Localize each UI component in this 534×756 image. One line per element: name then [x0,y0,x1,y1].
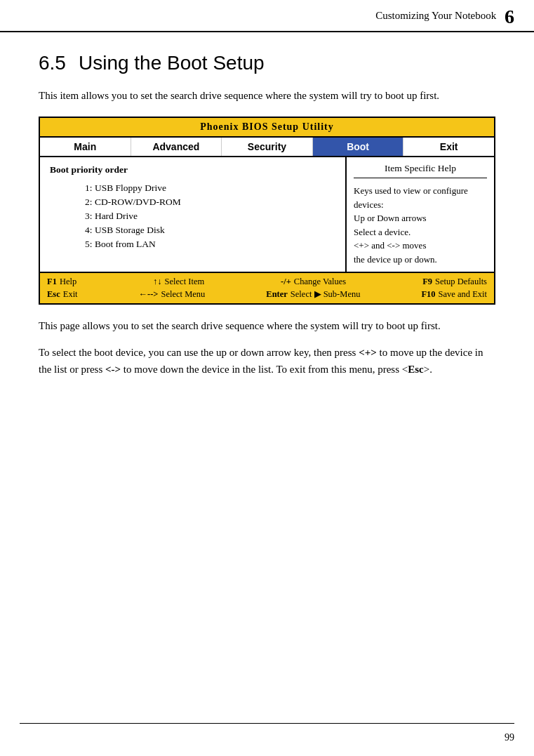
footer-esc: Esc Exit [47,289,78,300]
label-setup-defaults: Setup Defaults [435,277,487,287]
section-title: Using the Boot Setup [79,52,265,74]
body-text-1: This page allows you to set the search d… [39,317,495,334]
label-select-submenu: Select ▶ Sub-Menu [291,289,361,300]
page-header: Customizing Your Notebook 6 [0,0,534,32]
footer-f10: F10 Save and Exit [421,289,487,300]
body-text-2: To select the boot device, you can use t… [39,344,495,378]
key-enter: Enter [266,289,288,300]
nav-advanced[interactable]: Advanced [131,138,222,156]
bios-table: Phoenix BIOS Setup Utility Main Advanced… [39,117,495,305]
chapter-title: Customizing Your Notebook [375,10,496,21]
footer-f9: F9 Setup Defaults [422,277,487,287]
boot-items-list: 1: USB Floppy Drive 2: CD-ROW/DVD-ROM 3:… [50,181,335,251]
bios-title: Phoenix BIOS Setup Utility [40,118,494,138]
section-number: 6.5 [39,52,66,74]
page-number: 99 [505,732,514,743]
content-area: 6.5Using the Boot Setup This item allows… [0,32,534,409]
label-exit: Exit [63,289,78,300]
key-f10: F10 [421,289,435,300]
bios-body: Boot priority order 1: USB Floppy Drive … [40,157,494,273]
key-lr-arrows: ←--> [139,289,159,300]
key-plus-minus: -/+ [281,277,291,287]
key-arrows: ↑↓ [153,277,162,287]
bios-main-panel: Boot priority order 1: USB Floppy Drive … [40,157,347,272]
footer-arrows: ↑↓ Select Item [153,277,204,287]
intro-text: This item allows you to set the search d… [39,87,495,104]
nav-exit[interactable]: Exit [403,138,494,156]
key-esc: Esc [47,289,60,300]
footer-lr-arrows: ←--> Select Menu [139,289,206,300]
key-f1: F1 [47,277,57,287]
key-f9: F9 [422,277,432,287]
bios-footer: F1 Help ↑↓ Select Item -/+ Change Values… [40,273,494,303]
help-text: Keys used to view or configure devices: … [354,184,487,266]
footer-divider [20,723,514,724]
list-item: 5: Boot from LAN [85,237,335,251]
footer-enter: Enter Select ▶ Sub-Menu [266,289,360,300]
nav-security[interactable]: Security [222,138,313,156]
list-item: 2: CD-ROW/DVD-ROM [85,195,335,209]
bios-nav-row: Main Advanced Security Boot Exit [40,138,494,157]
nav-boot[interactable]: Boot [313,138,404,156]
footer-row-1: F1 Help ↑↓ Select Item -/+ Change Values… [47,276,487,288]
label-select-item: Select Item [165,277,205,287]
section-heading: 6.5Using the Boot Setup [39,52,495,74]
list-item: 1: USB Floppy Drive [85,181,335,195]
footer-plus-minus: -/+ Change Values [281,277,346,287]
list-item: 4: USB Storage Disk [85,223,335,237]
label-save-exit: Save and Exit [439,289,487,300]
bios-help-panel: Item Specific Help Keys used to view or … [347,157,494,272]
list-item: 3: Hard Drive [85,209,335,223]
help-title: Item Specific Help [354,163,487,178]
label-change-values: Change Values [294,277,346,287]
chapter-num: 6 [505,6,514,27]
footer-row-2: Esc Exit ←--> Select Menu Enter Select ▶… [47,288,487,300]
label-help: Help [60,277,76,287]
footer-f1: F1 Help [47,277,76,287]
panel-title: Boot priority order [50,164,335,175]
nav-main[interactable]: Main [40,138,131,156]
label-select-menu: Select Menu [161,289,206,300]
